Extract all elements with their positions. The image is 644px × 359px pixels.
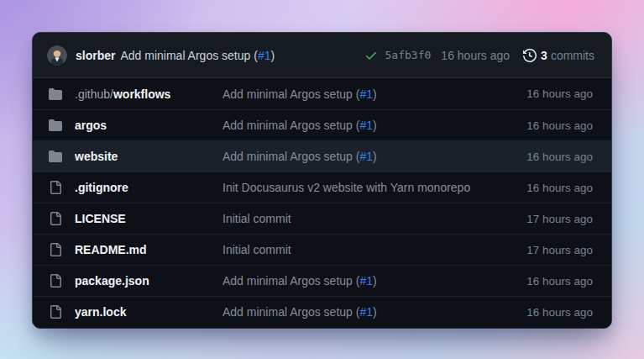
commits-count[interactable]: 3 xyxy=(541,49,547,62)
pr-link[interactable]: #1 xyxy=(359,119,373,132)
commit-message-suffix: ) xyxy=(373,274,377,288)
file-name-main: .gitignore xyxy=(75,181,128,194)
file-row[interactable]: .gitignore Init Docusaurus v2 website wi… xyxy=(33,172,611,203)
commit-message-text: Initial commit xyxy=(223,243,291,256)
pr-link[interactable]: #1 xyxy=(258,49,271,62)
commit-date[interactable]: 16 hours ago xyxy=(526,275,593,288)
commit-date[interactable]: 16 hours ago xyxy=(526,182,593,194)
commit-message[interactable]: Add minimal Argos setup (#1) xyxy=(223,150,526,163)
commit-sha[interactable]: 5afb3f0 xyxy=(385,49,432,61)
commit-message-suffix: ) xyxy=(373,305,377,319)
desktop-background: { "header": { "author": "slorber", "mess… xyxy=(0,0,644,359)
file-name[interactable]: .github/workflows xyxy=(75,87,223,101)
folder-icon xyxy=(49,119,62,132)
file-name-main: README.md xyxy=(75,243,147,256)
commit-date[interactable]: 17 hours ago xyxy=(526,244,593,256)
commit-author[interactable]: slorber xyxy=(76,49,115,62)
file-name[interactable]: website xyxy=(75,150,223,163)
commit-meta: 5afb3f0 16 hours ago 3 commits xyxy=(364,49,594,62)
file-browser-card: slorber Add minimal Argos setup (#1) 5af… xyxy=(32,32,612,329)
file-row[interactable]: README.md Initial commit 17 hours ago xyxy=(33,234,611,265)
commit-message-text: Init Docusaurus v2 website with Yarn mon… xyxy=(223,181,470,194)
commit-date[interactable]: 16 hours ago xyxy=(526,150,593,163)
pr-link[interactable]: #1 xyxy=(359,274,373,288)
check-icon[interactable] xyxy=(364,49,378,62)
commit-message-text: Add minimal Argos setup ( xyxy=(120,49,257,62)
commit-date[interactable]: 17 hours ago xyxy=(526,213,593,225)
commit-message-text: Add minimal Argos setup ( xyxy=(223,87,359,101)
file-icon xyxy=(49,305,62,319)
commit-time[interactable]: 16 hours ago xyxy=(441,49,510,62)
history-icon xyxy=(523,49,537,62)
folder-icon xyxy=(49,150,62,163)
file-icon xyxy=(49,274,62,288)
file-name-main: yarn.lock xyxy=(75,305,126,319)
commit-message[interactable]: Init Docusaurus v2 website with Yarn mon… xyxy=(223,181,526,194)
commit-message-suffix: ) xyxy=(373,119,377,132)
file-row[interactable]: argos Add minimal Argos setup (#1) 16 ho… xyxy=(33,109,611,140)
commit-date[interactable]: 16 hours ago xyxy=(526,87,593,100)
commit-message-text: Add minimal Argos setup ( xyxy=(223,305,359,319)
commit-date[interactable]: 16 hours ago xyxy=(526,306,593,319)
file-name[interactable]: package.json xyxy=(75,274,223,288)
file-table: .github/workflows Add minimal Argos setu… xyxy=(33,78,611,327)
file-name[interactable]: README.md xyxy=(75,243,223,256)
file-name[interactable]: argos xyxy=(75,119,223,132)
file-name-main: workflows xyxy=(113,87,170,101)
commit-message-text: Add minimal Argos setup ( xyxy=(223,274,359,288)
commit-message-suffix: ) xyxy=(373,150,377,163)
commit-message-text: Add minimal Argos setup ( xyxy=(223,119,359,132)
file-row[interactable]: website Add minimal Argos setup (#1) 16 … xyxy=(33,140,611,172)
avatar[interactable] xyxy=(47,45,67,66)
file-icon xyxy=(49,243,62,256)
commit-date[interactable]: 16 hours ago xyxy=(526,119,593,132)
file-name-prefix: .github/ xyxy=(75,87,113,101)
file-row[interactable]: package.json Add minimal Argos setup (#1… xyxy=(33,265,611,296)
file-row[interactable]: LICENSE Initial commit 17 hours ago xyxy=(33,203,611,234)
commits-label[interactable]: commits xyxy=(551,49,594,62)
file-name-main: LICENSE xyxy=(75,212,126,225)
commit-message-suffix: ) xyxy=(270,49,275,62)
commit-message[interactable]: Add minimal Argos setup (#1) xyxy=(223,305,526,319)
file-icon xyxy=(49,212,62,225)
commit-message[interactable]: Add minimal Argos setup (#1) xyxy=(223,119,526,132)
file-name[interactable]: .gitignore xyxy=(75,181,223,194)
commit-message-text: Add minimal Argos setup ( xyxy=(223,150,359,163)
commit-message[interactable]: Add minimal Argos setup (#1) xyxy=(223,274,526,288)
commit-message-suffix: ) xyxy=(373,87,377,101)
file-name-main: website xyxy=(75,150,118,163)
file-name[interactable]: LICENSE xyxy=(75,212,223,225)
folder-icon xyxy=(49,87,62,101)
file-name-main: package.json xyxy=(75,274,149,288)
file-name-main: argos xyxy=(75,119,107,132)
commit-message-header[interactable]: Add minimal Argos setup (#1) xyxy=(120,49,275,62)
commit-message[interactable]: Add minimal Argos setup (#1) xyxy=(223,87,526,101)
file-row[interactable]: yarn.lock Add minimal Argos setup (#1) 1… xyxy=(33,296,611,327)
commit-message[interactable]: Initial commit xyxy=(223,212,526,225)
file-icon xyxy=(49,181,62,194)
commit-message-text: Initial commit xyxy=(223,212,291,225)
pr-link[interactable]: #1 xyxy=(359,150,373,163)
file-row[interactable]: .github/workflows Add minimal Argos setu… xyxy=(33,78,611,109)
file-name[interactable]: yarn.lock xyxy=(75,305,223,319)
pr-link[interactable]: #1 xyxy=(359,305,373,319)
commit-message[interactable]: Initial commit xyxy=(223,243,526,256)
latest-commit-header: slorber Add minimal Argos setup (#1) 5af… xyxy=(33,33,611,78)
pr-link[interactable]: #1 xyxy=(359,87,373,101)
